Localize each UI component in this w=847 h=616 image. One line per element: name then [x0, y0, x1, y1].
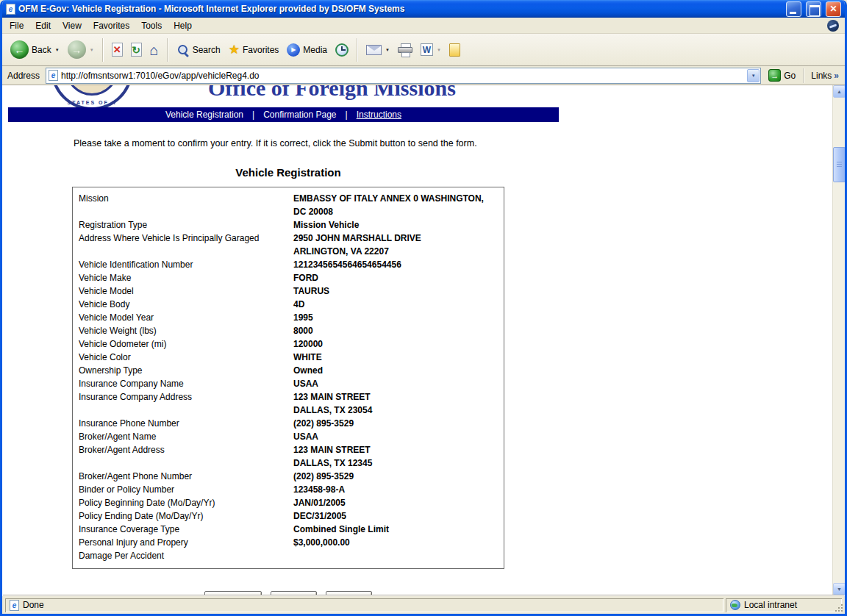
standard-toolbar: ← Back ▼ → ▼ ✕ ↻ ⌂ Search ★ Favorites ▶ …	[2, 34, 845, 66]
table-row: Insurance Company Name USAA	[73, 377, 504, 390]
brand-logo-icon	[827, 20, 839, 32]
field-value: Combined Single Limit	[293, 523, 498, 536]
mail-button[interactable]: ▼	[362, 42, 393, 58]
field-value: 4D	[293, 298, 498, 311]
table-row: Vehicle Model TAURUS	[73, 284, 504, 298]
notes-button[interactable]	[446, 40, 464, 60]
history-button[interactable]	[332, 40, 352, 60]
go-icon: →	[768, 69, 781, 82]
table-row: Binder or Policy Number 123458-98-A	[73, 483, 504, 496]
address-label: Address	[6, 71, 41, 81]
back-label: Back	[32, 45, 51, 55]
address-separator	[803, 68, 804, 83]
field-value: 8000	[293, 324, 498, 337]
forward-button[interactable]: → ▼	[64, 37, 98, 62]
seal-text: STATES OF A	[54, 100, 130, 105]
print-button[interactable]	[394, 40, 416, 59]
field-value: 123458-98-A	[293, 483, 498, 496]
notes-icon	[449, 43, 460, 57]
table-row: Vehicle Make FORD	[73, 271, 504, 284]
field-label: Broker/Agent Phone Number	[79, 470, 293, 483]
field-value: DEC/31/2005	[293, 509, 498, 523]
maximize-button[interactable]	[806, 1, 821, 17]
security-zone-pane: Local intranet	[726, 598, 842, 612]
menu-favorites[interactable]: Favorites	[87, 18, 135, 33]
menu-view[interactable]: View	[57, 18, 87, 33]
address-input[interactable]	[61, 69, 758, 82]
field-label: Policy Beginning Date (Mo/Day/Yr)	[79, 496, 293, 509]
stop-button[interactable]: ✕	[108, 40, 126, 60]
toolbar-separator	[167, 38, 168, 62]
menu-tools[interactable]: Tools	[135, 18, 168, 33]
ie-page-icon: e	[6, 4, 15, 15]
table-row: Broker/Agent Address 123 MAIN STREET DAL…	[73, 443, 504, 470]
menu-edit[interactable]: Edit	[29, 18, 57, 33]
menu-bar: File Edit View Favorites Tools Help	[2, 18, 845, 34]
nav-vehicle-registration[interactable]: Vehicle Registration	[165, 110, 243, 120]
close-button[interactable]: ✕	[826, 1, 841, 17]
table-row: Personal Injury and Propery Damage Per A…	[73, 536, 504, 562]
history-icon	[335, 43, 349, 57]
toolbar-separator	[357, 38, 358, 62]
field-label: Vehicle Color	[79, 351, 293, 364]
mail-dropdown-icon[interactable]: ▼	[385, 48, 390, 52]
print-icon	[398, 43, 412, 56]
search-label: Search	[193, 45, 221, 55]
field-value: Mission Vehicle	[293, 218, 498, 232]
search-button[interactable]: Search	[173, 40, 224, 60]
page-nav-bar: Vehicle Registration | Confirmation Page…	[8, 107, 559, 122]
word-icon: W	[421, 43, 433, 56]
search-icon	[176, 43, 190, 57]
table-row: Vehicle Odometer (mi) 120000	[73, 337, 504, 351]
scroll-thumb[interactable]	[833, 147, 846, 182]
forward-dropdown-icon[interactable]: ▼	[90, 48, 94, 52]
scroll-down-button[interactable]: ▼	[833, 583, 846, 595]
refresh-icon: ↻	[131, 43, 142, 57]
confirmation-instructions: Please take a moment to confirm your ent…	[74, 138, 832, 148]
home-icon: ⌂	[150, 43, 159, 57]
resize-grip[interactable]	[834, 603, 843, 612]
menu-help[interactable]: Help	[168, 18, 198, 33]
menu-file[interactable]: File	[4, 18, 29, 33]
nav-confirmation-page[interactable]: Confirmation Page	[263, 110, 336, 120]
address-field: e ▼	[46, 68, 761, 84]
field-label: Ownership Type	[79, 364, 293, 377]
minimize-button[interactable]	[786, 1, 801, 17]
refresh-button[interactable]: ↻	[127, 40, 146, 60]
field-label: Vehicle Model Year	[79, 311, 293, 324]
links-label: Links	[811, 71, 832, 81]
links-toolbar[interactable]: Links »	[809, 71, 841, 81]
back-dropdown-icon[interactable]: ▼	[55, 48, 60, 52]
status-bar: e Done Local intranet	[2, 595, 845, 614]
home-button[interactable]: ⌂	[146, 40, 162, 60]
field-label: Insurance Company Address	[79, 390, 293, 417]
back-icon: ←	[10, 40, 29, 59]
field-value: $3,000,000.00	[293, 536, 498, 562]
back-button[interactable]: ← Back ▼	[7, 37, 63, 62]
status-text: Done	[23, 600, 44, 610]
site-banner: STATES OF A Office of Foreign Missions	[2, 85, 832, 107]
word-dropdown-icon[interactable]: ▼	[437, 48, 441, 52]
address-dropdown-button[interactable]: ▼	[747, 69, 760, 82]
links-chevron-icon[interactable]: »	[834, 71, 839, 81]
vertical-scrollbar[interactable]: ▲ ▼	[832, 85, 845, 595]
scroll-up-button[interactable]: ▲	[833, 85, 846, 98]
table-row: Insurance Phone Number (202) 895-3529	[73, 417, 504, 430]
favorites-button[interactable]: ★ Favorites	[225, 40, 283, 59]
window-title: OFM E-Gov: Vehicle Registration - Micros…	[18, 4, 782, 14]
field-value: WHITE	[293, 351, 498, 364]
media-button[interactable]: ▶ Media	[283, 40, 331, 60]
go-label: Go	[784, 71, 796, 81]
field-value: 120000	[293, 337, 498, 351]
go-button[interactable]: → Go	[765, 68, 798, 83]
field-label: Vehicle Odometer (mi)	[79, 337, 293, 351]
document-icon: e	[10, 600, 19, 611]
table-row: Broker/Agent Name USAA	[73, 430, 504, 443]
field-value: (202) 895-3529	[293, 470, 498, 483]
field-label: Vehicle Body	[79, 298, 293, 311]
nav-instructions-link[interactable]: Instructions	[357, 110, 401, 120]
table-row: Vehicle Weight (lbs) 8000	[73, 324, 504, 337]
table-row: Address Where Vehicle Is Principally Gar…	[73, 232, 504, 258]
field-value: JAN/01/2005	[293, 496, 498, 509]
edit-in-word-button[interactable]: W ▼	[417, 40, 445, 59]
